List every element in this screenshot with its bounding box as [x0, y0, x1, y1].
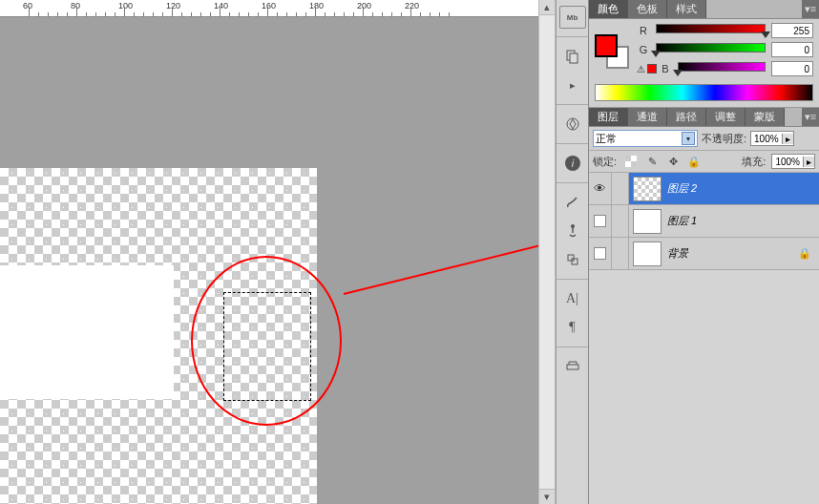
tab-swatches[interactable]: 色板: [628, 0, 667, 18]
lock-all-icon[interactable]: 🔒: [685, 154, 703, 169]
character-icon[interactable]: A|: [559, 287, 586, 310]
layer-name-label: 图层 2: [667, 181, 697, 196]
lock-transparency-icon[interactable]: [622, 154, 640, 169]
opacity-dropdown-icon[interactable]: ▸: [782, 134, 793, 144]
blend-mode-value: 正常: [596, 132, 617, 146]
scroll-down-button[interactable]: ▾: [539, 489, 555, 504]
tab-styles[interactable]: 样式: [667, 0, 706, 18]
layer-thumbnail[interactable]: [633, 177, 662, 201]
annotation-circle: [191, 256, 342, 426]
tab-adjustments[interactable]: 调整: [706, 108, 746, 126]
red-slider[interactable]: [656, 24, 766, 37]
svg-rect-13: [631, 161, 637, 167]
layers-panel: 正常 ▾ 不透明度: 100% ▸ 锁定: ✎ ✥ 🔒 填充: 100% ▸ 👁…: [589, 127, 819, 270]
blue-label: B: [659, 63, 672, 74]
blue-input[interactable]: [771, 61, 813, 76]
link-column[interactable]: [612, 238, 629, 269]
layer-row[interactable]: 👁图层 2: [589, 173, 819, 205]
opacity-value: 100%: [751, 134, 782, 144]
layer-row[interactable]: 图层 1: [589, 205, 819, 238]
svg-rect-3: [570, 53, 578, 63]
svg-rect-9: [572, 259, 578, 264]
tab-masks[interactable]: 蒙版: [746, 108, 785, 126]
blend-mode-select[interactable]: 正常 ▾: [593, 130, 698, 147]
layers-blend-row: 正常 ▾ 不透明度: 100% ▸: [589, 127, 819, 151]
svg-rect-8: [568, 255, 574, 261]
tab-channels[interactable]: 通道: [628, 108, 667, 126]
fill-label: 填充:: [742, 155, 766, 169]
minibridge-icon[interactable]: Mb: [559, 6, 586, 29]
layer-thumbnail[interactable]: [633, 242, 662, 266]
navigator-icon[interactable]: [559, 113, 586, 136]
color-spectrum-ramp[interactable]: [595, 84, 813, 101]
color-panel: R G ⚠ B: [589, 19, 819, 108]
layers-panel-menu-icon[interactable]: ▾≡: [802, 108, 819, 126]
color-swatch-selector[interactable]: [595, 34, 629, 69]
layer-list: 👁图层 2图层 1背景🔒: [589, 173, 819, 270]
visibility-checkbox[interactable]: [594, 247, 606, 260]
svg-rect-12: [625, 156, 631, 161]
green-slider[interactable]: [656, 43, 766, 56]
actions-icon[interactable]: ▸: [559, 74, 586, 96]
gamut-color-icon[interactable]: [647, 64, 657, 74]
gamut-warning-icon[interactable]: ⚠: [637, 64, 645, 74]
fill-field[interactable]: 100% ▸: [771, 154, 815, 169]
clone-source-icon[interactable]: [559, 248, 586, 271]
color-panel-tabbar: 颜色 色板 样式 ▾≡: [589, 0, 819, 19]
canvas-area[interactable]: [0, 17, 556, 504]
scroll-up-button[interactable]: ▴: [539, 0, 555, 15]
green-label: G: [637, 44, 650, 55]
tab-paths[interactable]: 路径: [667, 108, 706, 126]
link-column[interactable]: [612, 173, 629, 204]
panel-icon-rail: Mb ▸ i A| ¶: [556, 0, 588, 504]
visibility-toggle[interactable]: [589, 238, 612, 269]
link-column[interactable]: [612, 205, 629, 237]
tool-preset-icon[interactable]: [559, 355, 586, 378]
lock-icon: 🔒: [798, 247, 811, 260]
visibility-toggle[interactable]: [589, 205, 612, 237]
visibility-checkbox[interactable]: [594, 215, 606, 227]
tab-layers[interactable]: 图层: [589, 108, 628, 126]
layer-main[interactable]: 背景🔒: [629, 238, 819, 269]
lock-label: 锁定:: [593, 155, 617, 169]
layer-main[interactable]: 图层 1: [629, 205, 819, 237]
svg-point-7: [571, 224, 575, 228]
layer-name-label: 背景: [667, 246, 688, 261]
opacity-label: 不透明度:: [702, 132, 746, 146]
foreground-color-swatch[interactable]: [595, 34, 618, 57]
layer-name-label: 图层 1: [667, 214, 697, 228]
chevron-down-icon: ▾: [682, 132, 695, 145]
fill-value: 100%: [772, 157, 803, 167]
opacity-field[interactable]: 100% ▸: [750, 131, 794, 146]
red-input[interactable]: [771, 23, 813, 38]
tab-color[interactable]: 颜色: [589, 0, 628, 18]
layer-main[interactable]: 图层 2: [629, 173, 819, 204]
layer-row[interactable]: 背景🔒: [589, 238, 819, 270]
svg-rect-10: [567, 365, 578, 369]
visibility-toggle[interactable]: 👁: [589, 173, 612, 204]
right-panels: 颜色 色板 样式 ▾≡ R G ⚠: [588, 0, 819, 504]
paragraph-icon[interactable]: ¶: [559, 316, 586, 339]
color-panel-menu-icon[interactable]: ▾≡: [802, 0, 819, 18]
green-input[interactable]: [771, 42, 813, 57]
info-icon[interactable]: i: [559, 152, 586, 175]
eye-icon: 👁: [594, 181, 606, 196]
brush-presets-icon[interactable]: [559, 191, 586, 214]
blue-slider[interactable]: [678, 62, 766, 75]
brushes-icon[interactable]: [559, 220, 586, 242]
layer-thumbnail[interactable]: [633, 209, 662, 234]
canvas-vertical-scrollbar[interactable]: ▴ ▾: [538, 0, 556, 504]
white-layer-content: [0, 265, 174, 399]
lock-pixels-icon[interactable]: ✎: [643, 154, 661, 169]
red-label: R: [637, 25, 650, 36]
layers-panel-tabbar: 图层 通道 路径 调整 蒙版 ▾≡: [589, 108, 819, 127]
layers-lock-row: 锁定: ✎ ✥ 🔒 填充: 100% ▸: [589, 151, 819, 173]
ruler-horizontal[interactable]: 6080100120140160180200220: [0, 0, 556, 17]
fill-dropdown-icon[interactable]: ▸: [803, 157, 814, 167]
lock-position-icon[interactable]: ✥: [664, 154, 682, 169]
history-icon[interactable]: [559, 45, 586, 68]
